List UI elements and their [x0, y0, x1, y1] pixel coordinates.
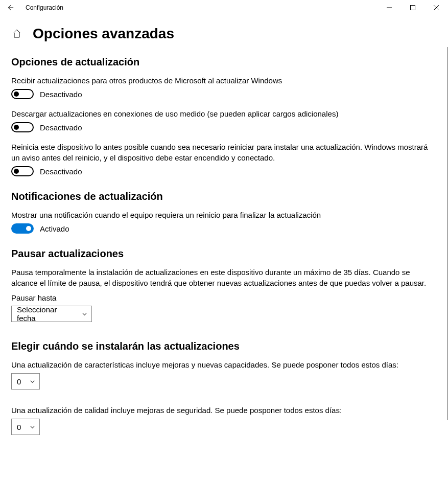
toggle-restart[interactable] — [11, 166, 34, 176]
setting-restart-text: Reinicia este dispositivo lo antes posib… — [11, 142, 433, 163]
section-heading-update-options: Opciones de actualización — [11, 56, 436, 68]
maximize-button[interactable] — [401, 0, 425, 15]
setting-notify-text: Mostrar una notificación cuando el equip… — [11, 210, 433, 220]
toggle-knob — [14, 169, 19, 174]
section-heading-choose-when: Elegir cuándo se instalarán las actualiz… — [11, 340, 436, 352]
pause-date-select-value: Seleccionar fecha — [17, 305, 78, 323]
minimize-icon — [387, 5, 392, 10]
feature-update-text: Una actualización de características inc… — [11, 359, 433, 370]
chevron-down-icon — [82, 310, 87, 318]
arrow-left-icon — [7, 4, 14, 11]
minimize-button[interactable] — [378, 0, 401, 15]
quality-defer-value: 0 — [17, 423, 21, 431]
toggle-notify[interactable] — [11, 223, 34, 234]
feature-defer-value: 0 — [17, 377, 21, 386]
pause-date-select[interactable]: Seleccionar fecha — [11, 306, 92, 322]
toggle-knob — [26, 226, 31, 231]
section-heading-pause: Pausar actualizaciones — [11, 248, 436, 260]
chevron-down-icon — [30, 423, 35, 431]
quality-defer-select[interactable]: 0 — [11, 419, 40, 435]
svg-rect-0 — [411, 6, 415, 10]
setting-notify-toggle-row: Activado — [11, 223, 436, 234]
titlebar: Configuración — [0, 0, 448, 15]
setting-metered-text: Descargar actualizaciones en conexiones … — [11, 108, 433, 119]
window-controls — [378, 0, 448, 15]
section-heading-notifications: Notificaciones de actualización — [11, 191, 436, 202]
page-title: Opciones avanzadas — [33, 26, 174, 42]
setting-other-products-toggle-row: Desactivado — [11, 89, 436, 99]
pause-label: Pausar hasta — [11, 293, 436, 302]
titlebar-left: Configuración — [3, 1, 63, 15]
toggle-other-products[interactable] — [11, 89, 34, 99]
quality-update-text: Una actualización de calidad incluye mej… — [11, 405, 433, 416]
toggle-other-products-state: Desactivado — [40, 90, 82, 99]
maximize-icon — [410, 5, 415, 10]
page-header: Opciones avanzadas — [0, 15, 448, 47]
toggle-notify-state: Activado — [40, 224, 69, 233]
close-icon — [434, 5, 439, 10]
setting-metered-toggle-row: Desactivado — [11, 122, 436, 132]
home-button[interactable] — [11, 28, 22, 39]
pause-description: Pausa temporalmente la instalación de ac… — [11, 267, 433, 288]
chevron-down-icon — [30, 377, 35, 386]
setting-other-products-text: Recibir actualizaciones para otros produ… — [11, 75, 433, 86]
back-button[interactable] — [3, 1, 17, 15]
close-button[interactable] — [425, 0, 448, 15]
scrollbar-track[interactable] — [446, 47, 448, 476]
toggle-metered-state: Desactivado — [40, 123, 82, 132]
home-icon — [12, 29, 22, 39]
setting-restart-toggle-row: Desactivado — [11, 166, 436, 176]
feature-defer-select[interactable]: 0 — [11, 373, 40, 390]
window-title: Configuración — [26, 4, 63, 11]
toggle-metered[interactable] — [11, 122, 34, 132]
content-area: Opciones de actualización Recibir actual… — [0, 47, 448, 476]
toggle-knob — [14, 125, 19, 130]
toggle-restart-state: Desactivado — [40, 167, 82, 176]
toggle-knob — [14, 92, 19, 97]
